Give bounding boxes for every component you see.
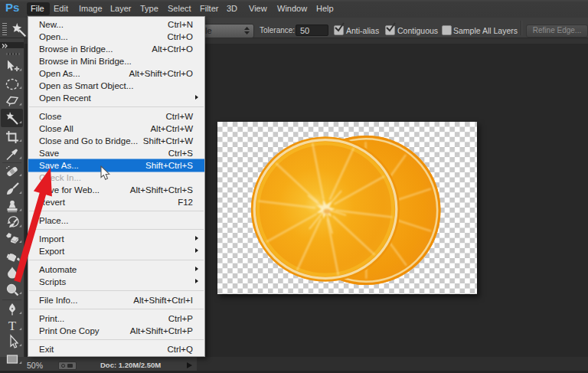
svg-text:T: T	[8, 319, 17, 333]
